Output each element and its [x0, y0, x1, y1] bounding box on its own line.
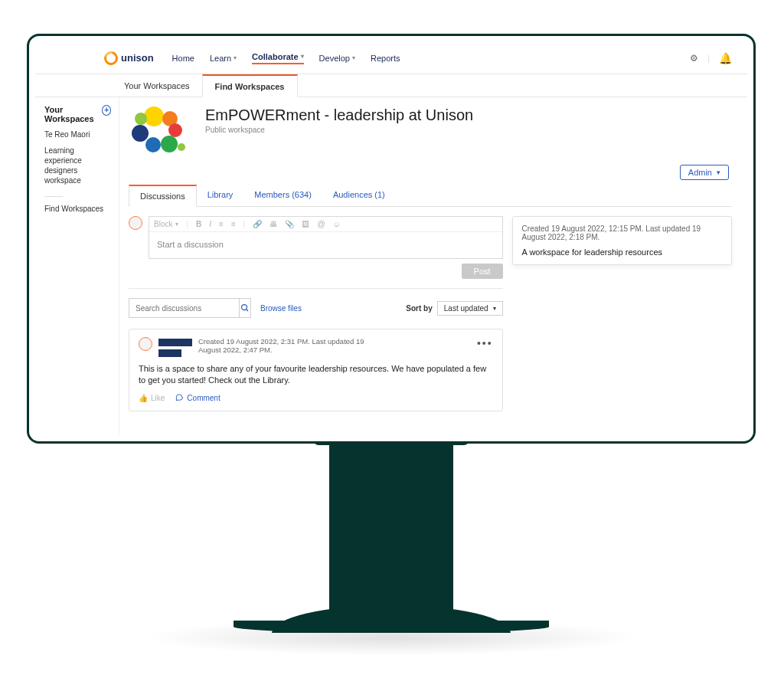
- workspace-image: [129, 106, 196, 159]
- tab-audiences[interactable]: Audiences (1): [322, 185, 396, 206]
- chevron-down-icon: ▾: [352, 54, 355, 61]
- block-format-dropdown[interactable]: Block▾: [154, 220, 178, 228]
- settings-gear-icon[interactable]: ⚙: [690, 53, 698, 64]
- attachment-icon[interactable]: 📎: [285, 220, 294, 228]
- sidebar-item-te-reo[interactable]: Te Reo Maori: [44, 129, 111, 139]
- comment-button[interactable]: Comment: [175, 393, 220, 403]
- sidebar: Your Workspaces + Te Reo Maori Learning …: [35, 97, 119, 435]
- post-body: This is a space to share any of your fav…: [139, 363, 493, 387]
- top-nav: unison Home Learn▾ Collaborate▾ Develop▾…: [35, 42, 747, 74]
- workspace-info-meta: Created 19 August 2022, 12:15 PM. Last u…: [522, 224, 722, 241]
- workspace-info-description: A workspace for leadership resources: [522, 247, 722, 257]
- compose-box: Block▾ | B I ≡ ≡ | 🔗 🖶: [149, 216, 503, 259]
- monitor-frame: unison Home Learn▾ Collaborate▾ Develop▾…: [27, 34, 756, 444]
- workspace-subtabs: Your Workspaces Find Workspaces: [35, 74, 747, 97]
- post-avatar: [139, 337, 152, 351]
- tab-library[interactable]: Library: [197, 185, 244, 206]
- nav-reports[interactable]: Reports: [371, 54, 400, 63]
- notifications-bell-icon[interactable]: 🔔: [719, 52, 732, 64]
- bullet-list-icon[interactable]: ≡: [219, 220, 224, 228]
- thumbs-up-icon: 👍: [139, 394, 148, 402]
- tab-members[interactable]: Members (634): [243, 185, 322, 206]
- nav-home[interactable]: Home: [172, 54, 194, 63]
- app-screen: unison Home Learn▾ Collaborate▾ Develop▾…: [35, 42, 747, 435]
- nav-learn[interactable]: Learn▾: [210, 54, 237, 63]
- post-actions-menu-icon[interactable]: •••: [477, 337, 493, 357]
- chevron-down-icon: ▾: [717, 169, 720, 176]
- workspace-title: EmPOWERment - leadership at Unison: [205, 106, 473, 124]
- sidebar-divider: [44, 196, 63, 197]
- svg-line-1: [247, 310, 249, 312]
- nav-collaborate[interactable]: Collaborate▾: [252, 52, 304, 64]
- link-icon[interactable]: 🔗: [253, 220, 262, 228]
- print-icon[interactable]: 🖶: [270, 220, 277, 228]
- tab-discussions[interactable]: Discussions: [129, 185, 197, 207]
- sort-by-label: Sort by: [406, 304, 432, 313]
- emoji-icon[interactable]: ☺: [333, 220, 341, 228]
- sort-dropdown[interactable]: Last updated ▾: [437, 301, 503, 316]
- bold-icon[interactable]: B: [196, 220, 201, 228]
- tab-your-workspaces[interactable]: Your Workspaces: [112, 74, 202, 97]
- chevron-down-icon: ▾: [493, 305, 496, 312]
- discussion-post: Created 19 August 2022, 2:31 PM. Last up…: [129, 329, 503, 411]
- search-input[interactable]: [129, 299, 239, 317]
- main-content: EmPOWERment - leadership at Unison Publi…: [119, 97, 747, 435]
- italic-icon[interactable]: I: [209, 220, 211, 228]
- user-avatar: [129, 216, 142, 230]
- chevron-down-icon: ▾: [301, 53, 304, 60]
- search-discussions: [129, 298, 251, 318]
- nav-develop[interactable]: Develop▾: [319, 54, 355, 63]
- content-tabs: Discussions Library Members (634) Audien…: [129, 185, 732, 207]
- chevron-down-icon: ▾: [234, 54, 237, 61]
- sidebar-find-workspaces[interactable]: Find Workspaces: [44, 205, 103, 213]
- numbered-list-icon[interactable]: ≡: [231, 220, 236, 228]
- browse-files-link[interactable]: Browse files: [260, 304, 302, 313]
- mention-icon[interactable]: @: [317, 220, 325, 228]
- admin-dropdown-button[interactable]: Admin ▾: [680, 165, 729, 180]
- comment-icon: [175, 393, 184, 403]
- post-author-role-redacted: [158, 349, 181, 357]
- divider: |: [707, 54, 710, 63]
- image-icon[interactable]: 🖼: [302, 220, 309, 228]
- workspace-visibility: Public workspace: [205, 126, 473, 134]
- add-workspace-icon[interactable]: +: [102, 105, 111, 116]
- like-button[interactable]: 👍 Like: [139, 394, 165, 402]
- post-button[interactable]: Post: [462, 264, 503, 279]
- sidebar-heading: Your Workspaces +: [44, 105, 111, 123]
- tab-find-workspaces[interactable]: Find Workspaces: [202, 74, 298, 97]
- svg-point-0: [242, 305, 247, 310]
- post-author-name-redacted: [158, 339, 192, 346]
- sidebar-item-learning-designers[interactable]: Learning experience designers workspace: [44, 146, 111, 185]
- logo-icon: [102, 48, 121, 67]
- search-icon[interactable]: [239, 299, 250, 317]
- editor-toolbar: Block▾ | B I ≡ ≡ | 🔗 🖶: [149, 217, 502, 232]
- workspace-info-card: Created 19 August 2022, 12:15 PM. Last u…: [512, 216, 732, 265]
- brand-logo[interactable]: unison: [104, 51, 154, 65]
- brand-name: unison: [121, 52, 154, 64]
- post-meta: Created 19 August 2022, 2:31 PM. Last up…: [198, 337, 367, 357]
- compose-input[interactable]: Start a discussion: [149, 232, 502, 258]
